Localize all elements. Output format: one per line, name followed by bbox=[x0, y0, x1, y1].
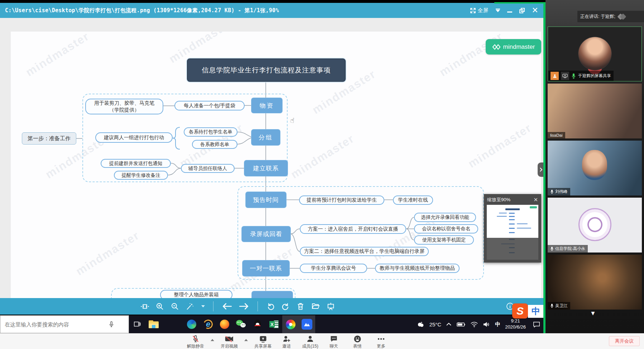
mindmap-node-partial-box[interactable] bbox=[252, 291, 293, 298]
magic-wand-icon[interactable] bbox=[186, 302, 194, 311]
chat-button[interactable]: 聊天 bbox=[325, 335, 342, 349]
mindmap-node-student-list[interactable]: 各系待打包学生名单 bbox=[184, 127, 237, 137]
zoom-in-icon[interactable] bbox=[155, 302, 164, 311]
wand-dropdown-icon[interactable] bbox=[201, 305, 205, 307]
meeting-toolbar: 解除静音 开启视频 共享屏幕 邀请 成员(15) 聊天 bbox=[0, 333, 644, 349]
folder-open-icon[interactable] bbox=[311, 302, 320, 311]
edge-icon[interactable] bbox=[183, 315, 200, 333]
battery-icon[interactable] bbox=[456, 321, 466, 327]
panel-collapse-handle[interactable] bbox=[538, 162, 544, 177]
mindmap-node-supplies[interactable]: 物资 bbox=[251, 98, 282, 113]
meeting-app-icon[interactable] bbox=[299, 315, 315, 333]
emoji-button[interactable]: 表情 bbox=[349, 335, 366, 349]
task-view-icon[interactable] bbox=[129, 315, 145, 333]
participant-tile[interactable]: 于迎辉的屏幕共享 bbox=[548, 27, 642, 81]
mindmap-node-pack-partial[interactable]: 整理个人物品并装箱 bbox=[160, 290, 232, 298]
mindmap-node-grouping[interactable]: 分组 bbox=[251, 129, 280, 145]
mindmap-node-pair[interactable]: 建议两人一组进行打包行动 bbox=[95, 132, 173, 143]
participant-tile[interactable]: 信息学院-高小永 bbox=[548, 198, 642, 253]
mindmaster-icon bbox=[492, 43, 501, 51]
leave-meeting-button[interactable]: 离开会议 bbox=[609, 336, 640, 346]
mindmap-node-plan2[interactable]: 方案二：选择任意视频连线平台，学生电脑端自行录屏 bbox=[300, 247, 429, 256]
chevron-up-icon[interactable] bbox=[446, 322, 452, 326]
sogou-input-icon[interactable]: S bbox=[512, 303, 528, 319]
video-options-icon[interactable] bbox=[244, 339, 248, 341]
forward-arrow-icon[interactable] bbox=[239, 302, 249, 311]
minimize-button[interactable] bbox=[507, 11, 512, 13]
invite-button[interactable]: 邀请 bbox=[278, 335, 295, 349]
mindmap-node-tools[interactable]: 用于装剪刀、胶带、马克笔 （学院提供） bbox=[85, 99, 163, 114]
ime-panel: S 中 bbox=[512, 303, 544, 319]
mindmap-node-notice-time[interactable]: 预告时间 bbox=[246, 192, 286, 208]
mindmap-node-contact[interactable]: 建立联系 bbox=[244, 160, 288, 176]
image-canvas: mindmaster mindmaster mindmaster mindmas… bbox=[11, 32, 541, 298]
participant-tile[interactable]: lisaDai bbox=[548, 84, 642, 138]
taskbar-clock[interactable]: 9:21 2020/6/26 bbox=[505, 318, 526, 330]
share-screen-button[interactable]: 共享屏幕 bbox=[254, 335, 271, 349]
more-button[interactable]: 更多 bbox=[373, 335, 390, 349]
wechat-icon[interactable] bbox=[233, 315, 249, 333]
mindmap-node-send-time[interactable]: 提前将预计打包时间发送给学生 bbox=[299, 195, 384, 205]
mindmap-node-bag[interactable]: 每人准备一个包/手提袋 bbox=[174, 101, 245, 110]
members-button[interactable]: 成员(15) bbox=[302, 335, 319, 349]
participant-name: 于迎辉的屏幕共享 bbox=[578, 73, 611, 79]
firefox-icon[interactable] bbox=[216, 315, 233, 333]
redo-icon[interactable] bbox=[281, 302, 290, 311]
temperature-label[interactable]: 25°C bbox=[429, 321, 442, 327]
mindmap-node-allow-replay[interactable]: 选择允许录像回看功能 bbox=[414, 213, 476, 222]
mindmap-node-plan1[interactable]: 方案一：进入宿舍后，开启钉钉会议直播 bbox=[300, 224, 406, 234]
scroll-more-chevron-icon[interactable]: ▼ bbox=[590, 310, 596, 317]
excel-icon[interactable]: X bbox=[266, 315, 282, 333]
zoom-out-icon[interactable] bbox=[170, 302, 179, 311]
start-video-button[interactable]: 开启视频 bbox=[221, 335, 238, 349]
mindmap-node-remind[interactable]: 提醒学生修改备注 bbox=[114, 171, 168, 180]
wifi-icon[interactable] bbox=[470, 321, 478, 327]
file-explorer-icon[interactable] bbox=[145, 315, 162, 333]
mindmap-node-meeting-name[interactable]: 会议名称以宿舍号命名 bbox=[414, 224, 478, 234]
mindmap-node-group-notice[interactable]: 提前建群并发送打包通知 bbox=[101, 159, 171, 168]
map-thumbnail[interactable] bbox=[487, 205, 538, 260]
zoom-level-text: 缩放至90% bbox=[487, 197, 510, 203]
microphone-icon[interactable] bbox=[108, 320, 115, 328]
mindmap-step1-label[interactable]: 第一步：准备工作 bbox=[22, 132, 76, 145]
undo-icon[interactable] bbox=[266, 302, 275, 311]
participant-tile[interactable]: 吴卫江 bbox=[548, 255, 642, 310]
mindmap-node-phone-mount[interactable]: 使用支架将手机固定 bbox=[414, 235, 474, 245]
mic-options-icon[interactable] bbox=[211, 339, 214, 341]
ie-icon[interactable]: e bbox=[200, 315, 216, 333]
dropdown-pin-button[interactable] bbox=[496, 9, 500, 12]
unmute-button[interactable]: 解除静音 bbox=[187, 335, 204, 349]
speaker-icon[interactable] bbox=[483, 321, 490, 327]
restore-button[interactable] bbox=[519, 8, 525, 13]
chevron-down-icon bbox=[496, 10, 500, 12]
weather-icon[interactable] bbox=[417, 321, 425, 328]
chinese-mode-icon[interactable]: 中 bbox=[528, 305, 544, 318]
fullscreen-button[interactable]: 全屏 bbox=[470, 7, 489, 14]
fit-screen-icon[interactable] bbox=[140, 302, 149, 311]
mindmap-node-record[interactable]: 录屏或回看 bbox=[242, 226, 290, 242]
participant-name: 刘伟峰 bbox=[555, 189, 568, 194]
mindmap-node-video-pack[interactable]: 教师与学生视频连线开始整理物品 bbox=[375, 264, 460, 273]
notification-icon[interactable] bbox=[533, 321, 540, 328]
slideshow-icon[interactable] bbox=[326, 302, 335, 311]
participant-tile[interactable]: 刘伟峰 bbox=[548, 141, 642, 195]
close-icon[interactable]: ✕ bbox=[533, 197, 538, 203]
mindmap-node-share-id[interactable]: 学生分享腾讯会议号 bbox=[300, 264, 367, 273]
mindmap-node-teacher-list[interactable]: 各系教师名单 bbox=[192, 140, 237, 149]
mindmap-node-counselor[interactable]: 辅导员担任联络人 bbox=[181, 164, 235, 173]
mindmap-node-one2one[interactable]: 一对一联系 bbox=[242, 260, 289, 276]
close-button[interactable]: ✕ bbox=[532, 6, 538, 14]
ime-indicator[interactable]: 中 bbox=[495, 321, 500, 328]
mindmap-node-online[interactable]: 学生准时在线 bbox=[393, 195, 433, 205]
more-icon bbox=[377, 335, 385, 343]
delete-icon[interactable] bbox=[296, 302, 305, 311]
photo-viewer-icon[interactable] bbox=[282, 315, 299, 333]
speaking-label: 正在讲话: 于迎辉; bbox=[580, 14, 615, 20]
mic-icon bbox=[550, 303, 554, 308]
mindmap-central-topic[interactable]: 信息学院毕业生行李打包流程及注意事项 bbox=[187, 58, 346, 82]
back-arrow-icon[interactable] bbox=[222, 302, 232, 311]
qq-icon[interactable] bbox=[249, 315, 266, 333]
mic-on-icon bbox=[571, 73, 576, 79]
search-input[interactable] bbox=[0, 321, 108, 328]
taskbar-search[interactable] bbox=[0, 315, 129, 333]
